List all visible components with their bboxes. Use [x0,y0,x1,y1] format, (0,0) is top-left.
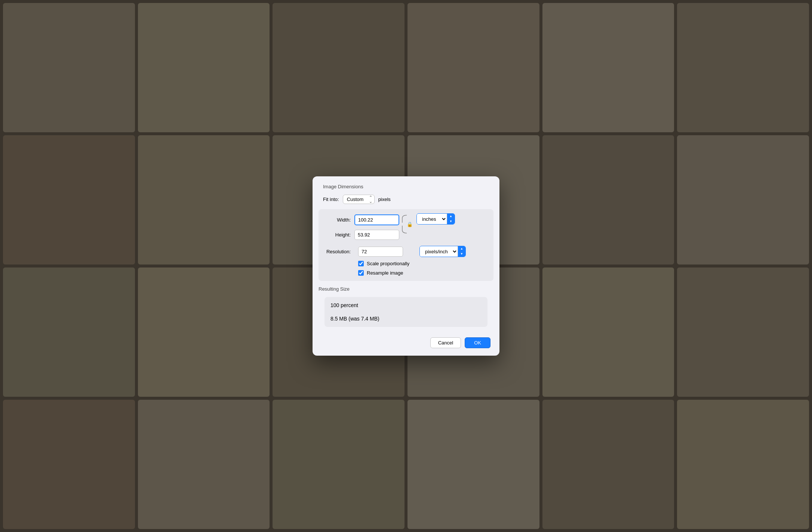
fit-into-unit-label: pixels [378,197,391,202]
height-input[interactable] [354,230,399,240]
scale-checkbox-row: Scale proportionally [358,261,487,266]
labels-inputs: Width: Height: [325,214,399,242]
dialog-wrapper: Image Dimensions Fit into: Custom Screen… [313,176,499,356]
scale-proportionally-checkbox[interactable] [358,261,364,266]
fit-into-select[interactable]: Custom Screen [343,195,375,204]
dimension-fields-grid: Width: Height: 🔒 [325,214,487,242]
resulting-size-section: 100 percent 8.5 MB (was 7.4 MB) [325,297,487,327]
width-label: Width: [325,217,354,223]
resolution-unit-select[interactable]: pixels/inch pixels/cm [420,247,458,257]
height-label: Height: [325,232,354,238]
resample-image-checkbox[interactable] [358,270,364,276]
resolution-stepper-arrows: ▲ ▼ [458,246,465,257]
result-size: 8.5 MB (was 7.4 MB) [330,316,482,322]
resolution-unit-stepper: pixels/inch pixels/cm ▲ ▼ [419,246,466,257]
fields-section: Width: Height: 🔒 [319,209,493,281]
fit-into-label: Fit into: [323,197,339,202]
fit-into-select-wrapper: Custom Screen ⌃⌄ [343,195,375,204]
unit-stepper-arrows: ▲ ▼ [447,214,455,224]
ok-button[interactable]: OK [465,337,490,348]
resolution-label: Resolution: [325,249,354,254]
fit-into-row: Fit into: Custom Screen ⌃⌄ pixels [323,195,489,204]
width-input[interactable] [354,214,399,225]
resolution-input[interactable] [358,247,403,257]
unit-stepper: inches cm mm pixels ▲ ▼ [416,213,455,225]
resolution-row: Resolution: pixels/inch pixels/cm ▲ ▼ [325,246,487,257]
resolution-down-arrow[interactable]: ▼ [458,251,465,257]
unit-select[interactable]: inches cm mm pixels [417,214,447,224]
unit-up-arrow[interactable]: ▲ [447,214,455,219]
unit-down-arrow[interactable]: ▼ [447,219,455,224]
resolution-up-arrow[interactable]: ▲ [458,246,465,251]
height-row: Height: [325,230,399,240]
cancel-button[interactable]: Cancel [430,337,461,348]
resample-checkbox-row: Resample image [358,270,487,276]
resulting-size-wrapper: Resulting Size 100 percent 8.5 MB (was 7… [313,281,499,327]
scale-proportionally-label: Scale proportionally [367,261,409,266]
lock-bracket-area: 🔒 [402,214,413,234]
resulting-size-title: Resulting Size [319,286,493,292]
dialog-buttons: Cancel OK [313,332,499,356]
width-row: Width: [325,214,399,225]
image-dimensions-dialog: Image Dimensions Fit into: Custom Screen… [313,176,499,356]
dialog-title: Image Dimensions [323,184,489,189]
unit-select-area: inches cm mm pixels ▲ ▼ [416,214,455,225]
result-percent: 100 percent [330,302,482,308]
lock-icon: 🔒 [407,222,413,227]
resample-image-label: Resample image [367,270,403,276]
